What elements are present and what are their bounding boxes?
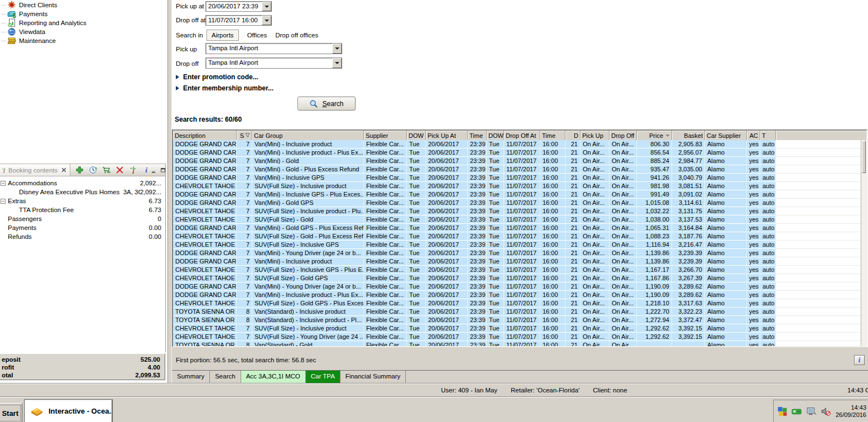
- result-row[interactable]: CHEVROLET TAHOE ...7SUV(Full Size) - Inc…: [173, 182, 861, 190]
- minimize-icon[interactable]: [151, 167, 157, 174]
- tree-collapse-box[interactable]: −: [1, 199, 6, 204]
- column-header-supplier-3[interactable]: Supplier: [364, 131, 407, 140]
- result-row[interactable]: DODGE GRAND CAR...7Van(Mini) - Young Dri…: [173, 282, 861, 291]
- add-icon[interactable]: [75, 166, 84, 174]
- result-row[interactable]: CHEVROLET TAHOE ...7SUV(Full Size) - Inc…: [173, 241, 861, 249]
- booking-item-passengers[interactable]: Passengers0: [0, 214, 165, 223]
- column-header-pick-up-11[interactable]: Pick Up: [581, 131, 610, 140]
- card-icon[interactable]: [792, 406, 802, 416]
- taskbar-app-button[interactable]: Interactive - Ocea...: [25, 400, 112, 422]
- cell-filler: [776, 215, 861, 224]
- booking-contents-tab[interactable]: Booking contents: [0, 164, 70, 176]
- search-in-tab-offices[interactable]: Offices: [247, 32, 267, 39]
- nav-item-payments[interactable]: $Payments: [0, 9, 167, 18]
- info-icon[interactable]: i: [142, 166, 151, 174]
- result-row[interactable]: DODGE GRAND CAR...7Van(Mini) - Gold GPS …: [173, 224, 861, 232]
- pickup-location-dropdown-button[interactable]: [332, 44, 342, 54]
- result-row[interactable]: CHEVROLET TAHOE ...7SUV(Full Size) - Gol…: [173, 232, 861, 241]
- network-icon[interactable]: [806, 406, 817, 416]
- result-row[interactable]: CHEVROLET TAHOE ...7SUV(Full Size) - Gol…: [173, 215, 861, 224]
- close-icon[interactable]: [61, 167, 67, 173]
- column-header-dow-4[interactable]: DOW: [407, 131, 426, 140]
- antivirus-icon[interactable]: [777, 406, 788, 416]
- result-row[interactable]: DODGE GRAND CAR...7Van(Mini) - Inclusive…: [173, 291, 861, 299]
- dropoff-at-dropdown-button[interactable]: [262, 16, 271, 25]
- search-button[interactable]: Search: [298, 97, 356, 111]
- vertical-splitter[interactable]: [167, 0, 172, 383]
- column-header-d-10[interactable]: D: [565, 131, 581, 140]
- palm-icon[interactable]: [129, 166, 137, 174]
- booking-item-extras[interactable]: −Extras6.73: [0, 196, 165, 205]
- result-row[interactable]: CHEVROLET TAHOE ...7SUV(Full Size) - Inc…: [173, 266, 861, 274]
- column-header-drop-off-12[interactable]: Drop Off: [610, 131, 637, 140]
- result-row[interactable]: CHEVROLET TAHOE ...7SUV(Full Size) - Gol…: [173, 274, 861, 282]
- nav-item-direct-clients[interactable]: Direct Clients: [0, 1, 167, 9]
- cell-pickup_loc: On Air...: [581, 199, 610, 207]
- restore-icon[interactable]: [160, 167, 166, 174]
- result-row[interactable]: DODGE GRAND CAR...7Van(Mini) - Gold - Pl…: [173, 165, 861, 174]
- cell-ac: yes: [747, 274, 760, 282]
- search-in-tab-airports[interactable]: Airports: [207, 30, 239, 41]
- column-header-description-0[interactable]: Description: [173, 131, 237, 140]
- promotion-code-toggle[interactable]: Enter promotion code...: [176, 73, 258, 81]
- result-row[interactable]: CHEVROLET TAHOE ...7SUV(Full Size) - Inc…: [173, 324, 861, 333]
- bottom-tab-financial-summary[interactable]: Financial Summary: [341, 371, 406, 383]
- result-row[interactable]: DODGE GRAND CAR...7Van(Mini) - Young Dri…: [173, 249, 861, 257]
- volume-muted-icon[interactable]: [821, 406, 831, 416]
- nav-item-viewdata[interactable]: Viewdata: [0, 27, 167, 36]
- column-header-time-9[interactable]: Time: [540, 131, 565, 140]
- tree-collapse-box[interactable]: −: [1, 181, 6, 186]
- nav-item-maintenance[interactable]: Maintenance: [0, 36, 167, 45]
- result-row[interactable]: DODGE GRAND CAR...7Van(Mini) - Inclusive…: [173, 190, 861, 199]
- booking-item-payments[interactable]: Payments0.00: [0, 223, 165, 232]
- clock-icon[interactable]: [89, 166, 97, 174]
- booking-item-disney-area-executive-plus-homes-3a-3c-4-i[interactable]: Disney Area Executive Plus Homes 3A, 3C …: [0, 188, 165, 196]
- bottom-tab-acc-3a-3c-1i-mco[interactable]: Acc 3A,3C,1I MCO: [241, 371, 306, 383]
- booking-item-accommodations[interactable]: −Accommodations2,092...: [0, 179, 165, 188]
- result-row[interactable]: CHEVROLET TAHOE ...7SUV(Full Size) - Gol…: [173, 299, 861, 308]
- result-row[interactable]: DODGE GRAND CAR...7Van(Mini) - Inclusive…: [173, 257, 861, 266]
- search-in-tab-drop-off-offices[interactable]: Drop off offices: [275, 32, 318, 39]
- result-row[interactable]: DODGE GRAND CAR...7Van(Mini) - Inclusive…: [173, 140, 861, 148]
- column-header-ac-16[interactable]: AC: [747, 131, 760, 140]
- column-header-time-6[interactable]: Time: [468, 131, 487, 140]
- result-row[interactable]: CHEVROLET TAHOE ...7SUV(Full Size) - You…: [173, 333, 861, 341]
- column-header-car-supplier-15[interactable]: Car Supplier: [705, 131, 747, 140]
- result-row[interactable]: TOYOTA SIENNA OR ...8Van(Standard) - Inc…: [173, 316, 861, 324]
- pickup-at-dropdown-button[interactable]: [262, 2, 271, 11]
- membership-number-toggle[interactable]: Enter membership number...: [176, 84, 274, 92]
- result-row[interactable]: TOYOTA SIENNA OR ...8Van(Standard) - Gol…: [173, 341, 861, 346]
- pickup-location-select[interactable]: Tampa Intl Airport: [205, 43, 342, 54]
- result-row[interactable]: DODGE GRAND CAR...7Van(Mini) - Gold GPSF…: [173, 199, 861, 207]
- dropoff-location-dropdown-button[interactable]: [332, 58, 342, 68]
- booking-item-tta-protection-fee[interactable]: TTA Protection Fee6.73: [0, 205, 165, 214]
- bottom-tab-summary[interactable]: Summary: [172, 371, 210, 383]
- column-header-price-13[interactable]: Price: [637, 131, 672, 140]
- result-row[interactable]: DODGE GRAND CAR...7Van(Mini) - Inclusive…: [173, 174, 861, 182]
- booking-item-refunds[interactable]: Refunds0.00: [0, 232, 165, 241]
- column-header-drop-off-at-8[interactable]: Drop Off At: [504, 131, 540, 140]
- cart-icon[interactable]: [102, 166, 111, 174]
- pickup-at-select[interactable]: 20/06/2017 23:39: [205, 1, 272, 12]
- vertical-scrollbar[interactable]: [861, 140, 866, 346]
- info-button[interactable]: i: [854, 355, 865, 365]
- start-button[interactable]: Start: [0, 403, 22, 422]
- nav-item-reporting-and-analytics[interactable]: Reporting and Analytics: [0, 18, 167, 27]
- dropoff-location-select[interactable]: Tampa Intl Airport: [205, 57, 342, 69]
- result-row[interactable]: DODGE GRAND CAR...7Van(Mini) - Inclusive…: [173, 148, 861, 157]
- delete-icon[interactable]: [116, 166, 124, 174]
- result-row[interactable]: DODGE GRAND CAR...7Van(Mini) - GoldFlexi…: [173, 157, 861, 165]
- dropoff-at-select[interactable]: 11/07/2017 16:00: [205, 15, 272, 26]
- column-header-pick-up-at-5[interactable]: Pick Up At: [426, 131, 468, 140]
- scrollbar-thumb[interactable]: [862, 141, 866, 173]
- result-row[interactable]: CHEVROLET TAHOE ...7SUV(Full Size) - Inc…: [173, 207, 861, 215]
- bottom-tab-car-tpa[interactable]: Car TPA: [306, 371, 341, 383]
- column-header-basket-14[interactable]: Basket: [672, 131, 705, 140]
- column-header-car-group-2[interactable]: Car Group: [252, 131, 364, 140]
- column-header-t-17[interactable]: T: [760, 131, 776, 140]
- tray-clock[interactable]: 14:43 26/09/2016: [836, 404, 866, 419]
- column-header-s-1[interactable]: S: [237, 131, 252, 140]
- result-row[interactable]: TOYOTA SIENNA OR ...8Van(Standard) - Inc…: [173, 308, 861, 316]
- column-header-dow-7[interactable]: DOW: [487, 131, 504, 140]
- bottom-tab-search[interactable]: Search: [210, 371, 241, 383]
